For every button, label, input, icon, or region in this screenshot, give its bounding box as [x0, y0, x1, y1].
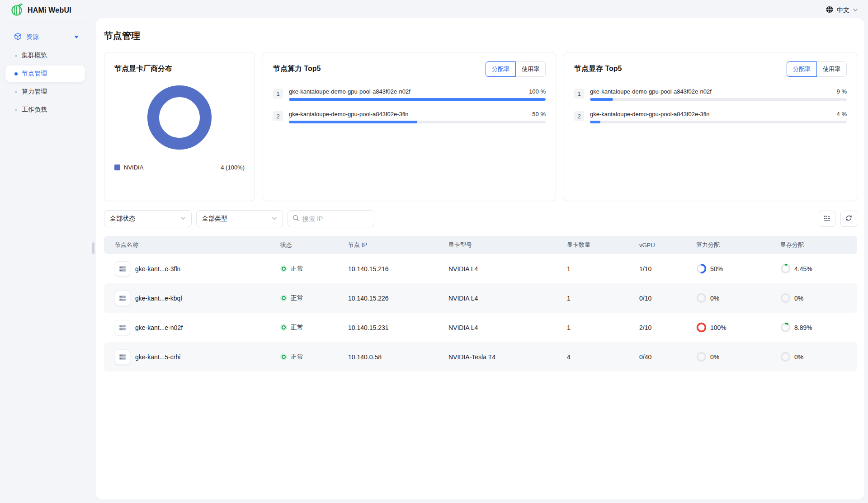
memory-ring-chart: [780, 352, 791, 362]
node-ip: 10.140.15.226: [337, 295, 438, 302]
sidebar-resize-handle[interactable]: [92, 242, 94, 254]
sidebar-item-label: 算力管理: [22, 88, 47, 96]
table-row[interactable]: gke-kant...5-crhi 正常 10.140.0.58 NVIDIA-…: [104, 342, 857, 371]
legend-swatch: [114, 165, 120, 170]
table-row[interactable]: gke-kant...e-kbql 正常 10.140.15.226 NVIDI…: [104, 283, 857, 313]
toggle-usage-rate[interactable]: 使用率: [816, 61, 847, 77]
gpu-count: 1: [556, 265, 628, 273]
status-ok-icon: [280, 353, 287, 360]
compute-toggle-group: 分配率 使用率: [486, 61, 546, 77]
compute-ring-chart: [696, 352, 707, 362]
progress-fill: [590, 121, 600, 123]
language-selector[interactable]: 中文: [826, 5, 858, 16]
caret-down-icon: [74, 36, 79, 38]
status-filter-value: 全部状态: [110, 215, 135, 223]
item-dot: [15, 55, 17, 57]
type-filter-select[interactable]: 全部类型: [196, 210, 283, 227]
chevron-down-icon: [272, 215, 277, 223]
col-status: 状态: [269, 241, 337, 249]
sidebar-group-resources[interactable]: 资源: [0, 28, 96, 46]
compute-card-title: 节点算力 Top5: [273, 61, 321, 74]
app-root: HAMi WebUI 中文 资源: [0, 0, 868, 503]
chevron-down-icon: [180, 215, 186, 223]
memory-ring-chart: [780, 263, 791, 274]
node-name: gke-kantaloupe-demo-gpu-pool-a843f02e-3f…: [289, 111, 409, 118]
chevron-down-icon: [853, 6, 858, 14]
memory-top5-list: 1 gke-kantaloupe-demo-gpu-pool-a843f02e-…: [574, 88, 847, 123]
gpu-count: 1: [556, 295, 628, 302]
node-name: gke-kantaloupe-demo-gpu-pool-a843f02e-n0…: [590, 88, 712, 95]
node-percent: 100 %: [529, 88, 546, 95]
rank-badge: 2: [574, 111, 584, 121]
toggle-allocation-rate[interactable]: 分配率: [486, 61, 516, 77]
list-item: 1 gke-kantaloupe-demo-gpu-pool-a843f02e-…: [273, 88, 546, 101]
col-vgpu: vGPU: [628, 242, 685, 249]
list-item: 2 gke-kantaloupe-demo-gpu-pool-a843f02e-…: [273, 111, 546, 123]
col-gpu-count: 显卡数量: [556, 241, 628, 249]
col-node-ip: 节点 IP: [337, 241, 438, 249]
node-name: gke-kant...5-crhi: [135, 353, 180, 361]
table-header: 节点名称 状态 节点 IP 显卡型号 显卡数量 vGPU 算力分配 显存分配: [104, 236, 857, 254]
progress-fill: [590, 98, 613, 101]
refresh-button[interactable]: [840, 211, 857, 227]
sidebar-group-label: 资源: [26, 33, 39, 41]
filter-toolbar: 全部状态 全部类型: [104, 210, 857, 227]
sidebar: 资源 集群概览 节点管理 算力管理 工作负载: [0, 21, 96, 503]
sidebar-item-node-management[interactable]: 节点管理: [0, 65, 96, 83]
node-name: gke-kant...e-3fln: [135, 265, 180, 273]
sidebar-item-label: 集群概览: [22, 52, 47, 60]
language-label: 中文: [837, 6, 849, 14]
node-ip: 10.140.15.216: [337, 265, 438, 273]
page-title: 节点管理: [104, 30, 857, 42]
status-text: 正常: [291, 294, 303, 302]
ip-search-box: [288, 210, 374, 227]
sidebar-item-compute-management[interactable]: 算力管理: [0, 83, 96, 101]
status-ok-icon: [280, 265, 287, 272]
vendor-distribution-card: 节点显卡厂商分布 NVIDIA 4 (100%): [104, 52, 255, 201]
gpu-model: NVIDIA L4: [438, 265, 556, 273]
hami-logo-icon: [11, 3, 24, 18]
compute-percent: 100%: [710, 324, 726, 331]
node-name: gke-kant...e-n02f: [135, 324, 183, 331]
gpu-model: NVIDIA L4: [438, 324, 556, 331]
compute-top5-card: 节点算力 Top5 分配率 使用率 1 gke-kantaloupe-demo-…: [263, 52, 556, 201]
summary-cards: 节点显卡厂商分布 NVIDIA 4 (100%) 节点算力 Top5 分配率 使: [104, 52, 857, 201]
col-node-name: 节点名称: [104, 241, 269, 249]
gpu-count: 4: [556, 353, 628, 361]
server-icon: [115, 349, 130, 365]
status-filter-select[interactable]: 全部状态: [104, 210, 192, 227]
globe-icon: [826, 5, 834, 15]
compute-ring-chart: [696, 293, 707, 303]
table-body: gke-kant...e-3fln 正常 10.140.15.216 NVIDI…: [104, 254, 857, 371]
memory-percent: 0%: [794, 295, 803, 302]
sidebar-item-label: 节点管理: [22, 70, 47, 78]
brand[interactable]: HAMi WebUI: [11, 3, 71, 18]
item-dot: [14, 72, 18, 75]
sidebar-item-workloads[interactable]: 工作负载: [0, 101, 96, 119]
gpu-model: NVIDIA-Tesla T4: [438, 353, 556, 361]
memory-ring-chart: [780, 322, 791, 333]
cube-icon: [14, 33, 22, 42]
compute-top5-list: 1 gke-kantaloupe-demo-gpu-pool-a843f02e-…: [273, 88, 546, 123]
item-dot: [15, 109, 17, 111]
vgpu-ratio: 0/10: [628, 295, 685, 302]
refresh-icon: [845, 214, 853, 224]
column-settings-button[interactable]: [819, 211, 835, 227]
server-icon: [115, 261, 130, 277]
ip-search-input[interactable]: [302, 215, 384, 222]
gpu-count: 1: [556, 324, 628, 331]
sidebar-divider: [5, 23, 90, 23]
col-gpu-model: 显卡型号: [438, 241, 556, 249]
toggle-usage-rate[interactable]: 使用率: [515, 61, 546, 77]
server-icon: [115, 320, 130, 335]
node-ip: 10.140.0.58: [337, 353, 438, 361]
table-row[interactable]: gke-kant...e-n02f 正常 10.140.15.231 NVIDI…: [104, 313, 857, 342]
progress-track: [289, 98, 546, 101]
rank-badge: 1: [574, 89, 584, 99]
node-percent: 50 %: [532, 111, 546, 118]
status-text: 正常: [291, 324, 303, 332]
sidebar-item-cluster-overview[interactable]: 集群概览: [0, 47, 96, 65]
toggle-allocation-rate[interactable]: 分配率: [787, 61, 817, 77]
server-icon: [115, 291, 130, 306]
table-row[interactable]: gke-kant...e-3fln 正常 10.140.15.216 NVIDI…: [104, 254, 857, 283]
